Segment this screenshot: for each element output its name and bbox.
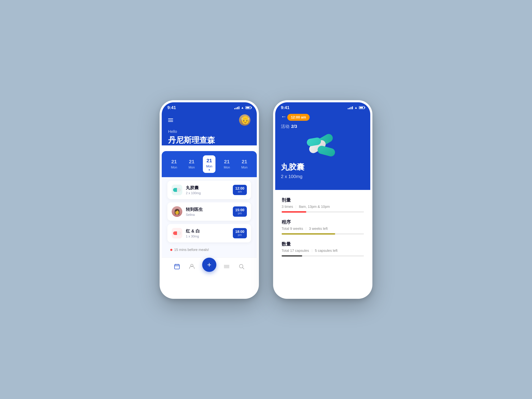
detail-medication-dose: 2 x 100mg <box>281 174 365 179</box>
pill-teal-2 <box>317 145 336 157</box>
program-stat1: Total 9 weeks <box>282 227 303 231</box>
cal-day-label-3: Mon <box>206 165 212 168</box>
medication-dose-3: 1 x 30mg <box>186 234 233 238</box>
medication-time-period-1: am <box>235 190 244 193</box>
battery-icon-2 <box>359 106 365 109</box>
medication-item-2[interactable]: 👩 转到医生 Selina 15:00 pm <box>167 202 251 221</box>
status-icons-1: ▲ <box>234 106 251 110</box>
pill-icon-small <box>173 188 181 192</box>
medication-info-1: 丸胶囊 2 x 100mg <box>186 185 233 195</box>
program-section: 程序 Total 9 weeks 3 weeks left <box>282 219 364 234</box>
quantity-sub: Total 17 capsules 5 capsules left <box>282 249 364 253</box>
cal-day-num-4: 21 <box>224 159 230 165</box>
quantity-section: 数量 Total 17 capsules 5 capsules left <box>282 241 364 257</box>
medication-icon-2: 👩 <box>172 206 182 217</box>
program-progress-fill <box>282 233 335 234</box>
cal-day-label-4: Mon <box>224 166 230 169</box>
cal-day-2[interactable]: 21 Mon <box>185 156 198 172</box>
cal-day-num-5: 21 <box>242 159 247 165</box>
signal-bar-1 <box>234 108 235 109</box>
wifi-icon-1: ▲ <box>241 106 244 110</box>
user-avatar-icon[interactable] <box>239 114 250 126</box>
medication-dose-2: Selina <box>186 213 233 217</box>
battery-fill-2 <box>360 107 363 108</box>
activity-count: 2/3 <box>291 124 297 129</box>
signal-bar-4 <box>239 106 239 109</box>
calendar-strip: 21 Mon 21 Mon 21 Mon 21 Mon 21 Mon <box>162 151 257 177</box>
cal-day-label-2: Mon <box>189 166 195 169</box>
activity-label: 活动 <box>281 124 289 129</box>
pills-visual <box>305 133 341 158</box>
bottom-nav: + <box>162 258 257 278</box>
quantity-stat1: Total 17 capsules <box>282 249 309 253</box>
quantity-title: 数量 <box>282 241 364 247</box>
program-divider <box>306 227 306 230</box>
phone-2: 9:41 ▲ ← 12:00 am 活动 2/3 <box>273 100 372 299</box>
signal-bar-2-3 <box>351 107 351 109</box>
signal-bars-1 <box>234 106 239 109</box>
medication-time-2: 15:00 pm <box>233 206 247 217</box>
calendar-nav-icon[interactable] <box>172 262 182 271</box>
header-top <box>168 114 250 126</box>
phone-1: 9:41 ▲ <box>160 100 259 299</box>
cal-day-label-5: Mon <box>241 166 247 169</box>
detail-card: 剂量 3 times 8am, 13pm & 10pm 程序 Total 9 w… <box>275 190 370 297</box>
hamburger-menu[interactable] <box>168 119 173 122</box>
quantity-divider <box>312 249 312 252</box>
program-progress-bg <box>282 233 364 234</box>
medication-name-2: 转到医生 <box>186 207 233 212</box>
cal-active-dot <box>209 169 210 171</box>
reminder-dot-icon <box>170 249 172 251</box>
status-time-1: 9:41 <box>167 105 176 110</box>
user-name: 丹尼斯理查森 <box>168 135 250 146</box>
quantity-progress-fill <box>282 255 302 257</box>
detail-header: ← 12:00 am 活动 2/3 丸胶囊 2 x 100mg <box>275 112 370 190</box>
detail-medication-name: 丸胶囊 <box>281 162 365 172</box>
program-title: 程序 <box>282 219 364 225</box>
medication-icon-1 <box>172 185 182 195</box>
cal-day-num-3: 21 <box>206 158 212 164</box>
medication-info-2: 转到医生 Selina <box>186 207 233 217</box>
quantity-progress-bg <box>282 255 364 257</box>
signal-bar-3 <box>237 107 238 109</box>
status-bar-1: 9:41 ▲ <box>162 102 257 112</box>
cal-day-3-active[interactable]: 21 Mon <box>203 155 215 173</box>
reminder-label: 15 mins before meals! <box>174 248 209 252</box>
time-badge: 12:00 am <box>287 114 310 121</box>
cal-day-5[interactable]: 21 Mon <box>238 156 251 172</box>
quantity-stat2: 5 capsules left <box>315 249 338 253</box>
add-fab-icon: + <box>207 261 211 269</box>
dosage-stat1: 3 times <box>282 205 293 209</box>
cal-day-1[interactable]: 21 Mon <box>168 156 180 172</box>
medication-dose-1: 2 x 100mg <box>186 191 233 195</box>
medication-icon-3 <box>172 228 182 239</box>
status-icons-2: ▲ <box>348 106 365 110</box>
svg-point-8 <box>239 264 243 268</box>
dosage-section: 剂量 3 times 8am, 13pm & 10pm <box>282 197 364 213</box>
signal-bars-2 <box>348 106 353 109</box>
person-avatar-icon: 👩 <box>172 206 182 217</box>
medication-item-1[interactable]: 丸胶囊 2 x 100mg 12:00 am <box>167 181 251 199</box>
medication-item-3[interactable]: 红 & 白 1 x 30mg 18:00 pm <box>167 224 251 242</box>
red-pill-shape <box>173 231 181 235</box>
dosage-sub: 3 times 8am, 13pm & 10pm <box>282 205 364 209</box>
cal-day-4[interactable]: 21 Mon <box>221 156 233 172</box>
back-button[interactable]: ← <box>281 112 287 122</box>
program-sub: Total 9 weeks 3 weeks left <box>282 227 364 231</box>
medication-time-hour-1: 12:00 <box>235 187 244 190</box>
medication-time-hour-3: 18:00 <box>235 230 244 233</box>
dosage-divider <box>296 205 296 208</box>
pill-image-area <box>281 133 365 158</box>
watermark: 极客网 <box>355 288 366 293</box>
medication-time-hour-2: 15:00 <box>235 208 244 212</box>
search-nav-icon[interactable] <box>237 262 246 271</box>
menu-nav-icon[interactable] <box>222 262 231 271</box>
cal-day-label-1: Mon <box>171 166 177 169</box>
cal-day-num-1: 21 <box>171 159 177 165</box>
svg-line-9 <box>243 268 244 269</box>
add-fab-button[interactable]: + <box>202 258 216 272</box>
pill-half-left <box>173 188 177 192</box>
medication-info-3: 红 & 白 1 x 30mg <box>186 228 233 238</box>
profile-nav-icon[interactable] <box>187 262 196 271</box>
phone-1-header: Hello 丹尼斯理查森 <box>162 112 257 146</box>
